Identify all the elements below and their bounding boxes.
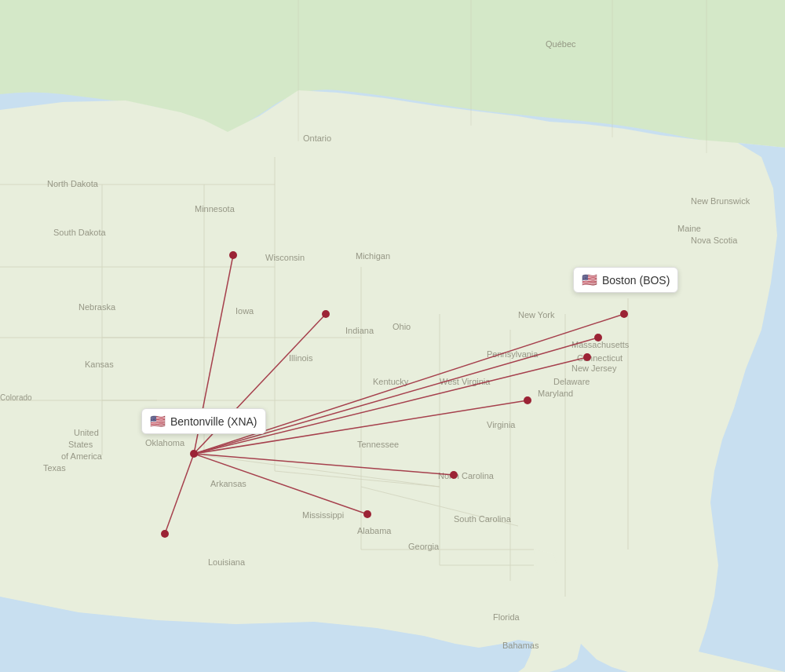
svg-point-45 xyxy=(524,396,531,404)
svg-point-40 xyxy=(620,310,628,318)
north-carolina-label: North Carolina xyxy=(438,471,495,480)
xna-flag: 🇺🇸 xyxy=(150,414,166,429)
mississippi-label: Mississippi xyxy=(302,510,344,520)
north-dakota-label: North Dakota xyxy=(47,179,99,188)
ontario-label: Ontario xyxy=(303,133,331,143)
svg-point-43 xyxy=(594,334,602,341)
kansas-label: Kansas xyxy=(85,360,114,369)
wisconsin-label: Wisconsin xyxy=(265,253,305,262)
nova-scotia-label: Nova Scotia xyxy=(691,236,738,245)
united-states-label2: States xyxy=(68,440,93,449)
svg-text:Colorado: Colorado xyxy=(0,393,32,402)
iowa-label: Iowa xyxy=(236,306,254,316)
maryland-label: Maryland xyxy=(538,389,573,398)
new-jersey-label: New Jersey xyxy=(571,363,617,373)
nebraska-label: Nebraska xyxy=(78,302,116,312)
svg-point-42 xyxy=(322,310,330,318)
florida-label: Florida xyxy=(493,612,520,622)
oklahoma-label: Oklahoma xyxy=(145,438,185,447)
xna-label-text: Bentonville (XNA) xyxy=(170,415,257,428)
map-svg: North Dakota South Dakota Nebraska Kansa… xyxy=(0,0,785,672)
svg-point-41 xyxy=(229,251,237,259)
svg-point-39 xyxy=(190,450,198,458)
tennessee-label: Tennessee xyxy=(357,440,399,449)
new-brunswick-label: New Brunswick xyxy=(691,196,750,206)
indiana-label: Indiana xyxy=(345,326,374,335)
united-states-label: United xyxy=(74,428,99,437)
minnesota-label: Minnesota xyxy=(195,204,236,214)
xna-airport-label: 🇺🇸 Bentonville (XNA) xyxy=(141,408,266,434)
kentucky-label: Kentucky xyxy=(373,377,409,386)
svg-point-46 xyxy=(450,471,458,479)
of-america-label: of America xyxy=(61,451,103,461)
maine-label: Maine xyxy=(677,224,701,233)
quebec-label: Québec xyxy=(546,39,576,49)
bahamas-label: Bahamas xyxy=(502,641,539,650)
bos-airport-label: 🇺🇸 Boston (BOS) xyxy=(573,267,678,293)
arkansas-label: Arkansas xyxy=(210,479,246,488)
alabama-label: Alabama xyxy=(357,526,392,535)
massachusetts-label: Massachusetts xyxy=(571,340,630,349)
texas-label: Texas xyxy=(43,463,66,473)
delaware-label: Delaware xyxy=(553,377,590,386)
svg-point-47 xyxy=(363,510,371,518)
ohio-label: Ohio xyxy=(392,322,411,331)
south-dakota-label: South Dakota xyxy=(53,228,107,237)
michigan-label: Michigan xyxy=(356,251,390,261)
illinois-label: Illinois xyxy=(289,353,313,363)
map-container: North Dakota South Dakota Nebraska Kansa… xyxy=(0,0,785,672)
bos-flag: 🇺🇸 xyxy=(582,272,597,287)
louisiana-label: Louisiana xyxy=(208,557,246,567)
bos-label-text: Boston (BOS) xyxy=(602,274,670,287)
georgia-label: Georgia xyxy=(408,542,440,551)
svg-point-48 xyxy=(161,530,169,538)
south-carolina-label: South Carolina xyxy=(454,514,512,524)
svg-point-44 xyxy=(583,353,591,361)
virginia-label: Virginia xyxy=(487,420,516,429)
new-york-label: New York xyxy=(518,310,555,320)
